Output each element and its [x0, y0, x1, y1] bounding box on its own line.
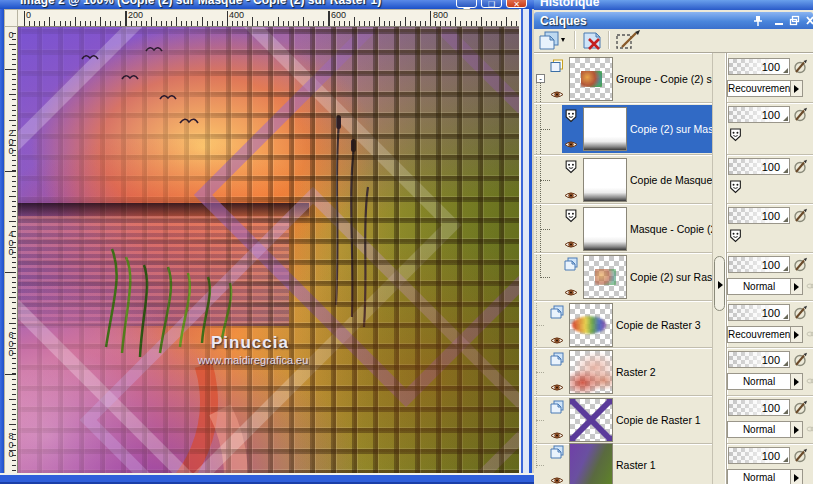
opacity-slider[interactable]: 100 [728, 447, 790, 464]
layer-row[interactable]: Copie (2) sur Raster [534, 254, 712, 301]
layer-row[interactable]: Copie de Raster 1 [534, 397, 712, 444]
blend-mode-value: Normal [728, 376, 790, 387]
ruler-label: 0 [6, 30, 15, 39]
layer-thumbnail [583, 107, 627, 151]
minimize-icon: ▁ [457, 0, 476, 9]
brush-lock-icon[interactable] [793, 352, 808, 367]
brush-lock-icon[interactable] [793, 400, 808, 415]
palette-splitter[interactable] [712, 53, 726, 484]
maximize-button[interactable]: ❏ [481, 0, 502, 8]
brush-lock-icon[interactable] [793, 159, 808, 174]
layers-list: - Groupe - Copie (2) sur R [534, 52, 813, 484]
image-canvas[interactable]: Pinuccia www.maidiregrafica.eu [18, 27, 519, 473]
raster-layer-icon [550, 305, 564, 319]
dropdown-arrow-icon[interactable] [790, 327, 802, 342]
resize-grip-icon [783, 116, 788, 121]
eye-icon[interactable] [564, 191, 578, 200]
link-icon[interactable] [806, 423, 813, 435]
dropdown-arrow-icon[interactable] [790, 422, 802, 437]
horizontal-ruler: 0 200 400 600 800 [18, 9, 519, 27]
resize-grip-icon [783, 266, 788, 271]
layer-controls-row: 100 Normal [727, 254, 813, 301]
layer-name: Copie de Raster 3 [616, 319, 701, 331]
dropdown-arrow-icon[interactable] [790, 470, 802, 484]
opacity-value: 100 [762, 161, 780, 173]
layer-row[interactable]: Groupe - Copie (2) sur R [534, 56, 712, 103]
palette-minimize-button[interactable] [772, 14, 786, 27]
mask-icon [564, 209, 578, 223]
layer-name: Masque - Copie (2) [630, 223, 712, 235]
palette-close-button[interactable] [803, 14, 813, 27]
blend-mode-dropdown[interactable]: Normal [727, 421, 803, 438]
layer-controls-row: 100 [727, 156, 813, 204]
layer-row[interactable]: Raster 2 [534, 349, 712, 396]
opacity-slider[interactable]: 100 [728, 58, 790, 75]
layer-name: Groupe - Copie (2) sur R [616, 73, 712, 85]
blend-mode-dropdown[interactable]: Normal [727, 373, 803, 390]
eye-icon[interactable] [564, 288, 578, 297]
opacity-value: 100 [762, 61, 780, 73]
blend-mode-dropdown[interactable]: Normal [727, 469, 803, 484]
palette-region: Historique Calques [534, 0, 813, 484]
blend-mode-dropdown[interactable]: Normal [727, 278, 803, 295]
layer-row[interactable]: Raster 1 [534, 445, 712, 484]
layer-row[interactable]: Copie (2) sur Masqu [534, 104, 712, 155]
opacity-slider[interactable]: 100 [728, 304, 790, 321]
link-icon[interactable] [806, 280, 813, 292]
opacity-slider[interactable]: 100 [728, 351, 790, 368]
image-window-titlebar[interactable]: Image 2 @ 100% (Copie (2) sur Masque - C… [0, 0, 534, 9]
brush-lock-icon[interactable] [793, 448, 808, 463]
eye-icon[interactable] [564, 240, 578, 249]
link-icon[interactable] [806, 375, 813, 387]
layer-thumbnail [569, 350, 613, 394]
layer-row[interactable]: Copie de Masque - C [534, 156, 712, 204]
brush-lock-icon[interactable] [793, 305, 808, 320]
palette-restore-button[interactable] [788, 14, 802, 27]
brush-lock-icon[interactable] [793, 59, 808, 74]
dropdown-arrow-icon[interactable] [790, 374, 802, 389]
ruler-label: 600 [6, 330, 15, 357]
eye-icon[interactable] [550, 90, 564, 99]
opacity-slider[interactable]: 100 [728, 158, 790, 175]
opacity-value: 100 [762, 354, 780, 366]
close-button[interactable]: ✕ [506, 0, 527, 8]
brush-lock-icon[interactable] [793, 107, 808, 122]
layer-thumbnail [569, 398, 613, 442]
mask-icon [729, 229, 742, 243]
ruler-corner [4, 9, 18, 27]
layers-palette-titlebar[interactable]: Calques [534, 12, 813, 29]
link-icon[interactable] [806, 328, 813, 340]
eye-icon[interactable] [550, 476, 564, 484]
group-icon [550, 59, 564, 73]
opacity-slider[interactable]: 100 [728, 399, 790, 416]
layer-name: Copie (2) sur Raster [630, 271, 712, 283]
history-palette-titlebar[interactable]: Historique [534, 0, 813, 10]
new-layer-button[interactable] [538, 30, 568, 51]
image-window: Image 2 @ 100% (Copie (2) sur Masque - C… [0, 0, 534, 484]
edit-selection-button[interactable] [614, 30, 642, 51]
opacity-slider[interactable]: 100 [728, 207, 790, 224]
dropdown-arrow-icon[interactable] [790, 279, 802, 294]
layer-name: Copie de Masque - C [630, 174, 712, 186]
eye-icon[interactable] [550, 431, 564, 440]
eye-icon[interactable] [550, 383, 564, 392]
splitter-handle[interactable] [714, 256, 725, 311]
layer-row[interactable]: Masque - Copie (2) [534, 205, 712, 253]
eye-icon[interactable] [550, 336, 564, 345]
brush-lock-icon[interactable] [793, 257, 808, 272]
brush-lock-icon[interactable] [793, 208, 808, 223]
minimize-button[interactable]: ▁ [456, 0, 477, 8]
layer-row[interactable]: Copie de Raster 3 [534, 302, 712, 348]
dropdown-arrow-icon[interactable] [790, 81, 802, 96]
blend-mode-value: Normal [728, 424, 790, 435]
delete-layer-button[interactable] [580, 30, 606, 51]
layer-name: Copie (2) sur Masqu [630, 123, 712, 135]
opacity-slider[interactable]: 100 [728, 256, 790, 273]
layer-thumbnail [569, 303, 613, 347]
eye-icon[interactable] [564, 140, 578, 149]
blend-mode-dropdown[interactable]: Recouvrement [727, 80, 803, 97]
pin-button[interactable] [751, 14, 765, 27]
blend-mode-dropdown[interactable]: Recouvrement [727, 326, 803, 343]
layers-palette-title: Calques [540, 14, 587, 28]
opacity-slider[interactable]: 100 [728, 106, 790, 123]
